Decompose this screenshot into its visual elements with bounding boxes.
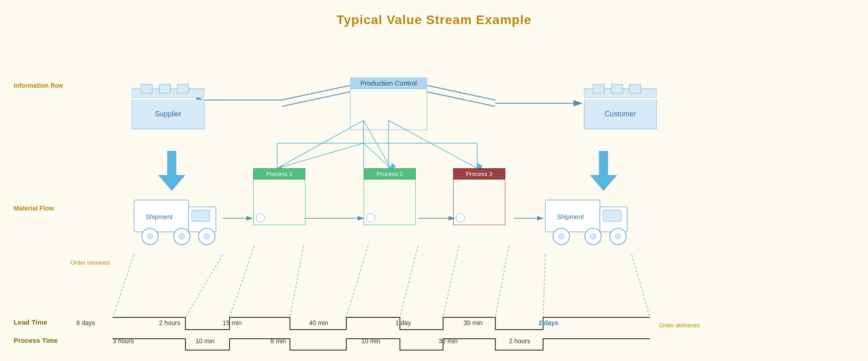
svg-line-26 <box>443 246 459 317</box>
svg-line-23 <box>290 246 304 317</box>
truck-left-svg: Shipment <box>132 191 223 250</box>
customer-roof-svg <box>584 82 657 98</box>
svg-text:Shipment: Shipment <box>145 213 172 221</box>
process1-operator <box>256 213 265 222</box>
svg-marker-18 <box>158 151 185 191</box>
svg-line-22 <box>229 246 254 317</box>
process-time-value-5: 2 hours <box>509 337 530 345</box>
truck-right-svg: Shipment <box>543 191 634 250</box>
process2-operator <box>366 213 375 222</box>
order-delivered-label: Order delivered <box>659 322 700 329</box>
lead-time-value-3: 40 min <box>309 319 328 326</box>
svg-line-21 <box>185 255 223 317</box>
lead-time-label: Lead Time <box>14 318 47 326</box>
process-time-label: Process Time <box>14 336 58 344</box>
process-time-value-1: 10 min <box>195 337 215 345</box>
svg-line-8 <box>427 85 495 100</box>
process2-header: Process 2 <box>364 168 416 180</box>
svg-point-51 <box>147 234 153 239</box>
svg-line-5 <box>282 85 350 100</box>
order-received-label: Order received <box>70 259 110 266</box>
svg-rect-44 <box>593 84 604 93</box>
process-time-value-4: 30 min <box>439 337 458 345</box>
svg-point-65 <box>615 234 621 239</box>
svg-marker-19 <box>590 151 617 191</box>
customer-label: Customer <box>584 100 657 129</box>
svg-point-61 <box>559 234 564 239</box>
shipment-right: Shipment <box>543 191 634 250</box>
lead-time-value-2: 15 min <box>223 319 242 326</box>
process2-node: Process 2 <box>364 168 416 225</box>
process-time-value-0: 3 hours <box>113 337 134 345</box>
supplier-roof-svg <box>132 82 205 98</box>
supplier-node: Supplier <box>132 82 205 129</box>
lead-time-value-0: 6 days <box>76 319 95 326</box>
material-flow-label: Material Flow <box>14 205 54 212</box>
page-title: Typical Value Stream Example <box>0 0 868 27</box>
svg-line-28 <box>543 255 545 317</box>
lead-time-value-1: 2 hours <box>159 319 180 326</box>
svg-rect-40 <box>141 84 152 93</box>
shipment-left: Shipment <box>132 191 223 250</box>
svg-point-55 <box>204 234 210 239</box>
svg-line-24 <box>346 246 368 317</box>
process2-body <box>364 180 416 225</box>
svg-line-6 <box>282 92 350 106</box>
production-control-node: Production Control <box>350 77 427 130</box>
svg-line-25 <box>400 246 418 317</box>
svg-line-9 <box>427 92 495 106</box>
process1-node: Process 1 <box>253 168 305 225</box>
production-control-body <box>350 89 427 130</box>
process3-operator <box>456 213 465 222</box>
svg-rect-41 <box>159 84 170 93</box>
svg-rect-45 <box>611 84 623 93</box>
svg-line-20 <box>113 255 134 317</box>
process-time-value-2: 8 min <box>270 337 286 345</box>
svg-line-16 <box>364 143 391 168</box>
process-time-value-3: 10 min <box>361 337 380 345</box>
information-flow-label: Information flow <box>14 82 63 89</box>
svg-rect-49 <box>192 210 210 221</box>
process3-body <box>453 180 505 225</box>
svg-rect-46 <box>629 84 641 93</box>
svg-rect-42 <box>177 84 189 93</box>
svg-point-63 <box>590 234 596 239</box>
lead-time-value-5: 30 min <box>464 319 483 326</box>
process1-body <box>253 180 305 225</box>
lead-time-value-6: 2 days <box>539 319 559 326</box>
process3-header: Process 3 <box>453 168 505 180</box>
production-control-header: Production Control <box>350 77 427 89</box>
svg-point-53 <box>179 234 185 239</box>
supplier-label: Supplier <box>132 100 205 129</box>
svg-line-15 <box>277 143 364 168</box>
svg-line-27 <box>495 246 509 317</box>
diagram-svg <box>0 36 868 361</box>
lead-time-value-4: 1 day <box>395 319 411 326</box>
svg-text:Shipment: Shipment <box>557 213 584 221</box>
process1-header: Process 1 <box>253 168 305 180</box>
svg-rect-59 <box>603 210 621 221</box>
customer-node: Customer <box>584 82 657 129</box>
process3-node: Process 3 <box>453 168 505 225</box>
svg-line-29 <box>632 255 650 317</box>
